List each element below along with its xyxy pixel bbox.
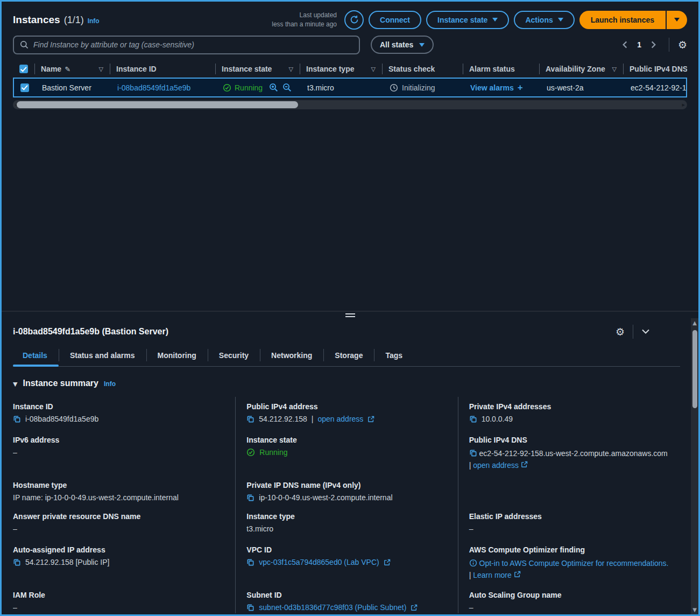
copy-icon[interactable] [469,415,477,423]
all-states-dropdown[interactable]: All states [371,36,434,54]
copy-icon[interactable] [469,449,477,457]
filter-icon[interactable]: ▽ [371,66,376,73]
search-input[interactable] [33,40,353,49]
column-header-instance-type[interactable]: Instance type ▽ [300,61,382,77]
learn-more-link[interactable]: Learn more [473,571,512,579]
tab-monitoring[interactable]: Monitoring [146,344,208,366]
row-checkbox[interactable] [20,83,29,92]
field-instance-id: Instance ID i-08bad8549fd1a5e9b [13,397,235,430]
pagination: 1 ⚙ [618,38,687,52]
column-header-instance-id[interactable]: Instance ID [110,61,215,77]
details-tab-content: ▼ Instance summary Info Instance ID i-08… [13,367,680,613]
check-circle-icon [223,83,231,92]
zoom-out-icon[interactable] [282,83,292,92]
instance-id-link[interactable]: i-08bad8549fd1a5e9b [117,83,190,92]
copy-icon[interactable] [13,415,21,423]
copy-icon[interactable] [246,558,254,566]
column-header-alarm-status[interactable]: Alarm status [463,61,539,77]
next-page-button[interactable] [647,39,660,51]
instance-state-dropdown[interactable]: Instance state [426,11,509,29]
optimizer-opt-in-link[interactable]: Opt-in to AWS Compute Optimizer for reco… [479,559,669,568]
previous-page-button[interactable] [618,39,632,51]
actions-dropdown[interactable]: Actions [514,11,574,29]
filter-icon[interactable]: ▽ [612,66,617,73]
divider [669,38,669,52]
panel-actions: ⚙ [616,325,650,339]
filter-icon[interactable]: ▽ [289,66,293,73]
vpc-id-link[interactable]: vpc-03f1c5a794d865ed0 (Lab VPC) [259,558,379,566]
connect-button[interactable]: Connect [369,11,421,29]
column-header-public-ipv4-dns[interactable]: Public IPv4 DNS [623,61,687,77]
vertical-scrollbar[interactable]: ▲ ▼ [691,318,698,614]
tab-security[interactable]: Security [208,344,260,366]
field-hostname-type: Hostname type IP name: ip-10-0-0-49.us-w… [13,475,235,507]
field-public-ipv4-dns: Public IPv4 DNS ec2-54-212-92-158.us-wes… [458,430,680,475]
page-title-group: Instances (1/1) Info [13,14,100,26]
plus-icon: + [518,82,523,93]
table-row[interactable]: Bastion Server i-08bad8549fd1a5e9b Runni… [13,78,687,97]
tab-tags[interactable]: Tags [374,344,414,366]
caret-down-icon [558,18,563,22]
view-alarms-link[interactable]: View alarms + [470,82,523,93]
open-address-link[interactable]: open address [318,415,364,423]
refresh-button[interactable] [344,10,364,30]
horizontal-scrollbar-thumb[interactable] [17,101,298,108]
copy-icon[interactable] [246,415,254,423]
table-settings-button[interactable]: ⚙ [678,40,687,50]
subnet-id-link[interactable]: subnet-0d3b1836d77c98f03 (Public Subnet) [259,603,406,612]
select-all-checkbox[interactable] [19,65,28,73]
tab-storage[interactable]: Storage [323,344,374,366]
caret-down-icon [674,18,680,22]
open-address-link[interactable]: open address [473,461,519,470]
external-link-icon [521,461,528,468]
vertical-scrollbar-thumb[interactable] [692,330,697,408]
scroll-up-icon[interactable]: ▲ [691,320,698,326]
details-tabs: Details Status and alarms Monitoring Sec… [13,344,680,367]
column-header-availability-zone[interactable]: Availability Zone ▽ [539,61,623,77]
scroll-down-icon[interactable]: ▼ [691,607,698,613]
external-link-icon [514,571,521,578]
row-public-ipv4-dns-cell: ec2-54-212-92-1 [624,79,686,96]
horizontal-scrollbar[interactable]: ◂ ▸ [13,100,687,109]
panel-header: i-08bad8549fd1a5e9b (Bastion Server) ⚙ [13,318,680,343]
row-alarm-status-cell: View alarms + [464,79,540,96]
field-vpc-id: VPC ID vpc-03f1c5a794d865ed0 (Lab VPC) [235,540,457,585]
row-instance-state-cell: Running [216,79,301,96]
tab-details[interactable]: Details [13,344,59,366]
field-instance-type: Instance type t3.micro [235,507,457,540]
column-header-instance-state[interactable]: Instance state ▽ [215,61,300,77]
copy-icon[interactable] [246,494,254,502]
field-private-ip-dns-name: Private IP DNS name (IPv4 only) ip-10-0-… [235,475,457,507]
header-info-link[interactable]: Info [88,17,100,25]
collapse-triangle-icon[interactable]: ▼ [13,381,17,388]
collapse-panel-button[interactable] [641,329,650,334]
instance-state-value: Running [223,83,263,92]
filter-icon[interactable]: ▽ [99,66,103,73]
copy-icon[interactable] [246,604,254,612]
page-number[interactable]: 1 [634,40,645,49]
section-info-link[interactable]: Info [104,380,116,388]
zoom-in-icon[interactable] [269,83,278,92]
filter-bar: All states 1 ⚙ [13,35,687,54]
status-check-value: Initializing [390,83,435,92]
launch-instances-split-button: Launch instances [579,11,687,29]
panel-settings-button[interactable]: ⚙ [616,327,625,337]
refresh-icon [350,15,359,24]
table-header-row: Name ✎ ▽ Instance ID Instance state ▽ In… [13,61,687,77]
state-zoom-controls [269,83,292,92]
edit-pencil-icon: ✎ [65,65,70,73]
panel-resize-divider[interactable] [2,311,698,318]
tab-networking[interactable]: Networking [260,344,323,366]
launch-instances-dropdown[interactable] [667,11,687,29]
header-actions: Last updated less than a minute ago Conn… [272,10,687,30]
row-name-cell: Bastion Server [36,79,111,96]
column-header-name[interactable]: Name ✎ ▽ [34,61,110,77]
launch-instances-button[interactable]: Launch instances [579,11,666,29]
instance-summary-grid: Instance ID i-08bad8549fd1a5e9b Public I… [13,397,680,613]
drag-handle-icon[interactable] [345,313,355,317]
field-auto-scaling-group-name: Auto Scaling Group name – [458,585,680,613]
scroll-right-icon[interactable]: ▸ [682,100,685,109]
tab-status-and-alarms[interactable]: Status and alarms [59,344,146,366]
copy-icon[interactable] [13,558,21,566]
column-header-status-check[interactable]: Status check [382,61,463,77]
